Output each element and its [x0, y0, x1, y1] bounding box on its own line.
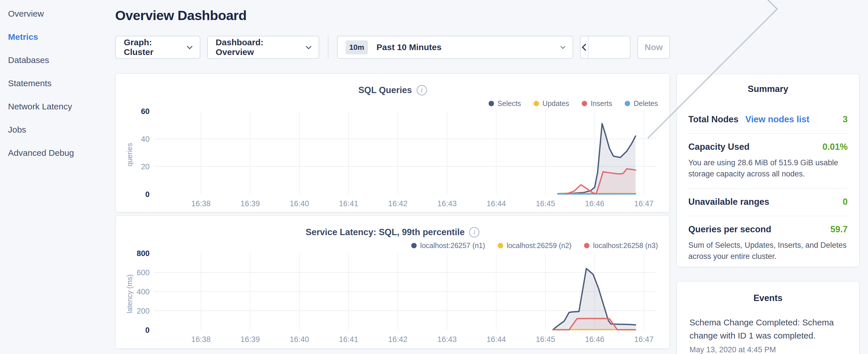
svg-text:16:39: 16:39 — [241, 335, 260, 344]
time-prev-button[interactable] — [581, 36, 589, 58]
info-icon[interactable]: i — [469, 227, 479, 237]
events-panel: Events Schema Change Completed: Schema c… — [676, 281, 860, 354]
svg-text:400: 400 — [137, 288, 150, 296]
service-latency-plot[interactable]: 020040060080016:3816:3916:4016:4116:4216… — [124, 250, 661, 345]
chevron-left-icon — [582, 43, 589, 51]
svg-text:16:41: 16:41 — [339, 335, 359, 344]
svg-text:16:45: 16:45 — [536, 335, 555, 344]
legend-item[interactable]: localhost:26257 (n1) — [411, 242, 485, 250]
svg-text:40: 40 — [141, 135, 150, 143]
summary-row-capacity-used: Capacity Used 0.01% You are using 28.6 M… — [688, 134, 848, 189]
svg-text:16:43: 16:43 — [437, 335, 457, 344]
chart-legend: localhost:26257 (n1)localhost:26259 (n2)… — [124, 242, 658, 250]
time-range-selector[interactable]: 10m Past 10 Minutes — [337, 36, 574, 59]
chevron-down-icon — [560, 44, 565, 49]
svg-text:16:40: 16:40 — [290, 335, 309, 344]
sidebar-item-jobs[interactable]: Jobs — [8, 125, 115, 135]
summary-row-value: 0.01% — [823, 142, 848, 152]
sidebar-item-advanced-debug[interactable]: Advanced Debug — [8, 148, 115, 158]
legend-dot-icon — [534, 101, 539, 106]
sql-queries-plot[interactable]: 020406016:3816:3916:4016:4116:4216:4316:… — [124, 108, 661, 209]
chart-card-service-latency: Service Latency: SQL, 99th percentile i … — [115, 215, 670, 349]
summary-row-label: Queries per second — [688, 224, 771, 234]
legend-item[interactable]: Selects — [489, 99, 521, 108]
chart-svg[interactable]: 020040060080016:3816:3916:4016:4116:4216… — [124, 250, 661, 345]
view-nodes-list-link[interactable]: View nodes list — [745, 114, 809, 125]
legend-label: localhost:26259 (n2) — [507, 242, 572, 250]
legend-dot-icon — [411, 243, 417, 248]
svg-text:16:45: 16:45 — [536, 199, 555, 208]
summary-row-subtext: Sum of Selects, Updates, Inserts, and De… — [688, 240, 848, 262]
svg-text:800: 800 — [137, 250, 150, 258]
summary-title: Summary — [688, 84, 848, 94]
legend-label: Selects — [497, 99, 521, 108]
legend-dot-icon — [582, 101, 587, 106]
chart-svg[interactable]: 020406016:3816:3916:4016:4116:4216:4316:… — [124, 108, 661, 209]
legend-dot-icon — [489, 101, 494, 106]
info-icon[interactable]: i — [417, 85, 427, 95]
event-item[interactable]: Schema Change Completed: Schema change w… — [689, 316, 846, 354]
summary-row-label: Unavailable ranges — [688, 197, 769, 207]
svg-text:16:42: 16:42 — [388, 199, 407, 208]
legend-label: localhost:26258 (n3) — [593, 242, 658, 250]
svg-text:60: 60 — [141, 108, 150, 116]
graph-dropdown[interactable]: Graph: Cluster — [115, 36, 200, 59]
legend-dot-icon — [584, 243, 589, 248]
sidebar-item-databases[interactable]: Databases — [8, 55, 115, 65]
dashboard-dropdown[interactable]: Dashboard: Overview — [207, 36, 319, 59]
summary-panel: Summary Total Nodes View nodes list 3 Ca… — [676, 74, 860, 267]
svg-text:16:46: 16:46 — [585, 335, 604, 344]
chart-legend: SelectsUpdatesInsertsDeletes — [124, 99, 658, 108]
svg-text:16:39: 16:39 — [241, 199, 260, 208]
legend-label: Inserts — [591, 99, 612, 108]
summary-row-value: 0 — [843, 197, 848, 207]
summary-row-total-nodes: Total Nodes View nodes list 3 — [688, 106, 848, 134]
summary-row-value: 3 — [843, 114, 848, 125]
toolbar: Graph: Cluster Dashboard: Overview 10m P… — [115, 36, 670, 59]
toolbar-divider — [328, 36, 329, 59]
summary-row-subtext: You are using 28.6 MiB of 515.9 GiB usab… — [688, 157, 848, 180]
summary-row-value: 59.7 — [831, 224, 848, 234]
dashboard-dropdown-label: Dashboard: Overview — [216, 37, 301, 57]
legend-item[interactable]: Inserts — [582, 99, 612, 108]
main-content: Overview Dashboard Graph: Cluster Dashbo… — [115, 0, 670, 349]
event-timestamp: May 13, 2020 at 4:45 PM — [689, 345, 846, 354]
page-title: Overview Dashboard — [115, 7, 670, 23]
svg-text:16:40: 16:40 — [290, 199, 309, 208]
svg-text:200: 200 — [137, 307, 150, 315]
legend-dot-icon — [498, 243, 503, 248]
svg-text:16:44: 16:44 — [487, 335, 506, 344]
legend-item[interactable]: localhost:26258 (n3) — [584, 242, 658, 250]
sidebar-item-metrics[interactable]: Metrics — [8, 32, 115, 42]
event-text: Schema Change Completed: Schema change w… — [689, 316, 846, 342]
time-range-badge: 10m — [346, 40, 368, 55]
sidebar-item-statements[interactable]: Statements — [8, 78, 115, 89]
app-root: Overview Metrics Databases Statements Ne… — [0, 0, 868, 354]
chevron-down-icon — [306, 43, 311, 49]
svg-text:16:44: 16:44 — [487, 199, 506, 208]
time-range-label: Past 10 Minutes — [376, 42, 442, 52]
summary-row-label: Total Nodes — [688, 114, 739, 125]
chart-title: SQL Queries — [358, 85, 412, 95]
svg-text:16:46: 16:46 — [585, 199, 604, 208]
sidebar-item-network-latency[interactable]: Network Latency — [8, 101, 115, 112]
svg-text:16:38: 16:38 — [191, 335, 211, 344]
svg-text:16:42: 16:42 — [388, 335, 407, 344]
y-axis-label: queries — [125, 143, 134, 166]
svg-text:16:43: 16:43 — [437, 199, 457, 208]
sidebar: Overview Metrics Databases Statements Ne… — [0, 0, 115, 171]
svg-text:20: 20 — [141, 162, 150, 171]
chevron-down-icon — [187, 43, 192, 49]
chart-title: Service Latency: SQL, 99th percentile — [306, 227, 465, 237]
svg-text:16:47: 16:47 — [634, 199, 654, 208]
sidebar-item-overview[interactable]: Overview — [8, 9, 115, 19]
legend-item[interactable]: Updates — [534, 99, 569, 108]
summary-row-label: Capacity Used — [688, 142, 750, 152]
svg-text:0: 0 — [145, 326, 150, 334]
svg-text:16:38: 16:38 — [191, 199, 211, 208]
svg-text:16:47: 16:47 — [634, 335, 654, 344]
chart-header: SQL Queries i — [124, 85, 661, 95]
legend-item[interactable]: localhost:26259 (n2) — [498, 242, 572, 250]
graph-dropdown-label: Graph: Cluster — [124, 37, 181, 57]
legend-label: localhost:26257 (n1) — [420, 242, 485, 250]
